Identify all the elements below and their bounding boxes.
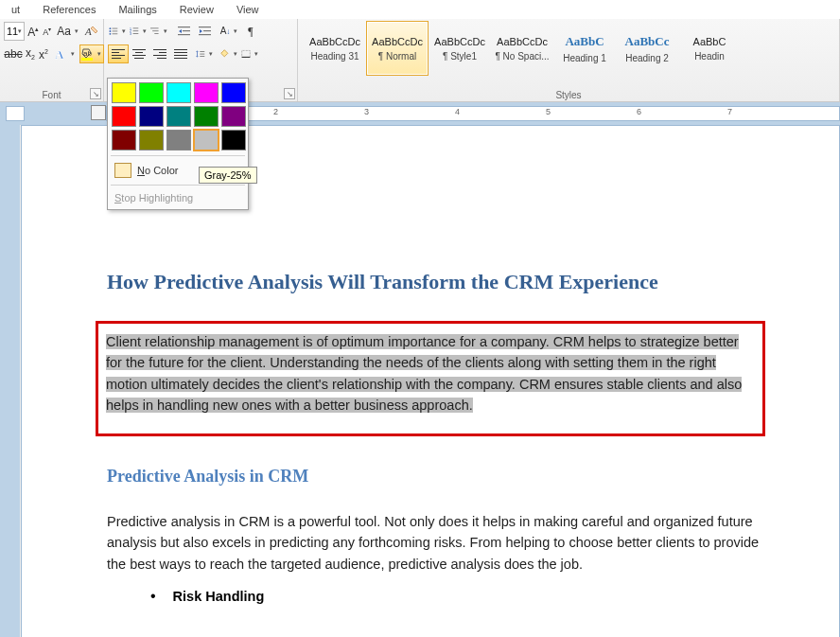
selected-text: Client relationship management is of opt… bbox=[106, 334, 742, 413]
tab-view[interactable]: View bbox=[225, 2, 271, 17]
svg-rect-27 bbox=[197, 52, 198, 56]
style-item[interactable]: AaBbCcDc¶ No Spaci... bbox=[491, 21, 553, 76]
highlight-color-grid bbox=[111, 81, 245, 151]
annotation-box: Client relationship management is of opt… bbox=[96, 321, 765, 436]
svg-text:3: 3 bbox=[130, 32, 131, 36]
tab-mailings[interactable]: Mailings bbox=[107, 2, 167, 17]
color-swatch[interactable] bbox=[166, 106, 191, 127]
color-swatch[interactable] bbox=[139, 130, 164, 150]
svg-rect-22 bbox=[183, 30, 190, 31]
tab-selector[interactable] bbox=[91, 105, 106, 120]
tab-layout[interactable]: ut bbox=[0, 2, 31, 17]
color-swatch[interactable] bbox=[194, 82, 219, 103]
color-swatch[interactable] bbox=[139, 82, 164, 103]
svg-rect-20 bbox=[154, 33, 158, 34]
line-spacing-button[interactable] bbox=[195, 44, 216, 63]
bullet-list: • Risk Handling bbox=[150, 588, 763, 605]
justify-button[interactable] bbox=[170, 44, 191, 63]
list-item-text: Risk Handling bbox=[173, 589, 265, 604]
tab-review[interactable]: Review bbox=[168, 2, 225, 17]
style-item[interactable]: AaBbCcHeading 2 bbox=[616, 21, 678, 76]
color-swatch[interactable] bbox=[194, 106, 219, 127]
text-effects-button[interactable]: A bbox=[53, 44, 78, 63]
svg-rect-13 bbox=[133, 27, 139, 28]
color-swatch[interactable] bbox=[166, 130, 191, 150]
color-swatch[interactable] bbox=[166, 82, 191, 103]
show-marks-button[interactable]: ¶ bbox=[240, 22, 261, 41]
svg-text:A: A bbox=[84, 26, 92, 37]
svg-rect-30 bbox=[200, 56, 204, 57]
strikethrough-button[interactable]: abc bbox=[4, 44, 23, 63]
svg-rect-7 bbox=[113, 28, 118, 29]
superscript-button[interactable]: x2 bbox=[38, 44, 49, 63]
font-dialog-launcher[interactable]: ↘ bbox=[90, 88, 101, 99]
color-swatch[interactable] bbox=[139, 106, 164, 127]
menu-separator bbox=[111, 155, 245, 156]
svg-rect-26 bbox=[199, 34, 211, 35]
highlight-color-dropdown: No Color Stop Highlighting bbox=[107, 78, 249, 210]
svg-rect-3 bbox=[81, 58, 93, 61]
bullets-button[interactable] bbox=[108, 22, 129, 41]
doc-heading-2[interactable]: Predictive Analysis in CRM bbox=[107, 467, 763, 487]
align-right-button[interactable] bbox=[149, 44, 170, 63]
shading-button[interactable] bbox=[219, 44, 240, 63]
color-swatch[interactable] bbox=[112, 106, 136, 127]
ribbon-tabs: ut References Mailings Review View bbox=[0, 0, 840, 19]
decrease-indent-button[interactable] bbox=[174, 22, 195, 41]
tab-references[interactable]: References bbox=[31, 2, 107, 17]
svg-text:A: A bbox=[55, 47, 64, 61]
font-size-combo[interactable]: 11 ▾ bbox=[4, 22, 25, 41]
borders-button[interactable] bbox=[240, 44, 261, 63]
color-swatch[interactable] bbox=[194, 130, 219, 150]
stop-highlighting-menuitem[interactable]: Stop Highlighting bbox=[111, 189, 245, 206]
svg-rect-17 bbox=[133, 33, 139, 34]
svg-rect-9 bbox=[113, 31, 118, 32]
color-swatch[interactable] bbox=[112, 130, 136, 150]
styles-group-label: Styles bbox=[298, 90, 839, 100]
style-item[interactable]: AaBbCHeadin bbox=[678, 21, 741, 76]
style-item[interactable]: AaBbCcDc¶ Style1 bbox=[429, 21, 491, 76]
paragraph-dialog-launcher[interactable]: ↘ bbox=[284, 88, 295, 99]
list-item[interactable]: • Risk Handling bbox=[150, 588, 763, 605]
color-swatch[interactable] bbox=[112, 82, 136, 103]
doc-paragraph-2[interactable]: Predictive analysis in CRM is a powerful… bbox=[107, 511, 763, 575]
styles-group: AaBbCcDcHeading 31AaBbCcDc¶ NormalAaBbCc… bbox=[298, 19, 840, 101]
bullet-icon: • bbox=[150, 588, 156, 605]
align-left-button[interactable] bbox=[108, 44, 129, 63]
style-item[interactable]: AaBbCHeading 1 bbox=[553, 21, 616, 76]
highlight-color-button[interactable]: ab bbox=[79, 44, 104, 63]
subscript-button[interactable]: x2 bbox=[25, 44, 36, 63]
color-swatch[interactable] bbox=[221, 106, 246, 127]
increase-indent-button[interactable] bbox=[195, 22, 216, 41]
no-color-swatch bbox=[114, 163, 131, 178]
color-swatch[interactable] bbox=[221, 82, 246, 103]
svg-point-10 bbox=[110, 33, 112, 35]
styles-gallery[interactable]: AaBbCcDcHeading 31AaBbCcDc¶ NormalAaBbCc… bbox=[304, 21, 833, 80]
shrink-font-button[interactable]: A▾ bbox=[42, 22, 52, 41]
numbering-button[interactable]: 123 bbox=[129, 22, 149, 41]
align-center-button[interactable] bbox=[129, 44, 149, 63]
svg-rect-15 bbox=[133, 30, 139, 31]
svg-rect-23 bbox=[178, 34, 190, 35]
svg-text:ab: ab bbox=[83, 49, 92, 58]
font-size-value: 11 bbox=[7, 26, 18, 37]
svg-point-8 bbox=[110, 30, 112, 32]
multilevel-list-button[interactable] bbox=[149, 22, 170, 41]
color-swatch[interactable] bbox=[221, 130, 246, 150]
svg-rect-24 bbox=[199, 27, 211, 27]
sort-button[interactable]: A↓ bbox=[219, 22, 240, 41]
vertical-ruler-stub bbox=[6, 106, 25, 121]
svg-rect-33 bbox=[242, 57, 251, 58]
doc-paragraph-1[interactable]: Client relationship management is of opt… bbox=[106, 331, 755, 416]
change-case-button[interactable]: Aa bbox=[56, 22, 81, 41]
font-group: 11 ▾ A▴ A▾ Aa A abc x2 x2 A ab A bbox=[0, 19, 104, 101]
style-item[interactable]: AaBbCcDc¶ Normal bbox=[366, 21, 429, 76]
svg-rect-21 bbox=[178, 27, 190, 27]
svg-rect-32 bbox=[242, 50, 251, 57]
svg-rect-19 bbox=[152, 30, 158, 31]
grow-font-button[interactable]: A▴ bbox=[26, 22, 40, 41]
svg-point-6 bbox=[110, 27, 112, 29]
doc-heading-1[interactable]: How Predictive Analysis Will Transform t… bbox=[107, 270, 763, 294]
clear-formatting-button[interactable]: A bbox=[83, 22, 100, 41]
style-item[interactable]: AaBbCcDcHeading 31 bbox=[304, 21, 366, 76]
